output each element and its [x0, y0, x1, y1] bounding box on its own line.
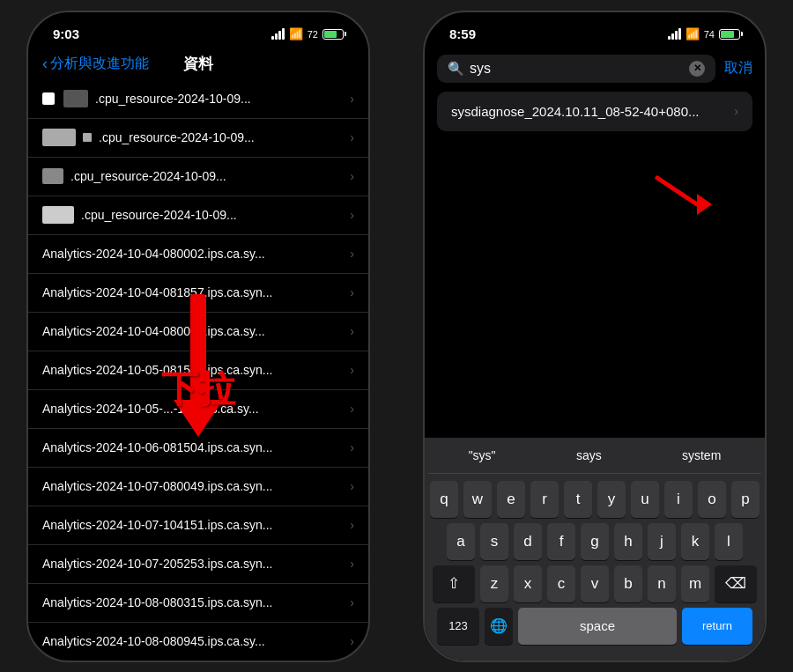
file-name-cpu-2: .cpu_resource-2024-10-09... — [99, 130, 346, 144]
key-space[interactable]: space — [518, 608, 677, 645]
file-name-cpu-3: .cpu_resource-2024-10-09... — [70, 169, 346, 183]
keyboard: "sys" says system q w e r t y u i o p a … — [425, 438, 765, 661]
file-icon-1b — [63, 90, 88, 107]
file-chevron-1: › — [350, 92, 354, 106]
file-name-a5: Analytics-2024-10-05-...-139.ips.ca.sy..… — [42, 402, 346, 416]
key-return[interactable]: return — [682, 608, 752, 645]
key-u[interactable]: u — [631, 481, 659, 518]
key-n[interactable]: n — [648, 565, 676, 602]
wifi-icon-right: 📶 — [686, 27, 700, 41]
back-button-left[interactable]: ‹ 分析與改進功能 — [42, 55, 149, 73]
key-f[interactable]: f — [547, 523, 575, 560]
key-g[interactable]: g — [581, 523, 609, 560]
key-o[interactable]: o — [698, 481, 726, 518]
key-row-2: a s d f g h j k l — [428, 523, 761, 560]
file-item-analytics-12[interactable]: Analytics-2024-10-09-080049.ips.ca.sy...… — [28, 661, 368, 662]
search-result-item[interactable]: sysdiagnose_2024.10.11_08-52-40+080... › — [437, 92, 752, 131]
search-clear-button[interactable]: ✕ — [689, 61, 705, 77]
file-item-analytics-5[interactable]: Analytics-2024-10-05-...-139.ips.ca.sy..… — [28, 390, 368, 429]
file-chevron-a2: › — [350, 285, 354, 299]
file-item-analytics-2[interactable]: Analytics-2024-10-04-081857.ips.ca.syn..… — [28, 274, 368, 313]
key-t[interactable]: t — [564, 481, 592, 518]
file-name-a6: Analytics-2024-10-06-081504.ips.ca.syn..… — [42, 440, 346, 454]
key-i[interactable]: i — [664, 481, 693, 518]
battery-fill-right — [721, 31, 734, 38]
file-item-analytics-11[interactable]: Analytics-2024-10-08-080945.ips.ca.sy...… — [28, 623, 368, 661]
search-input[interactable]: sys — [470, 61, 684, 77]
key-m[interactable]: m — [681, 565, 709, 602]
file-item-analytics-7[interactable]: Analytics-2024-10-07-080049.ips.ca.syn..… — [28, 468, 368, 506]
search-icon-right: 🔍 — [448, 61, 464, 77]
file-item-cpu-2[interactable]: .cpu_resource-2024-10-09... › — [28, 119, 368, 158]
file-chevron-a5: › — [350, 402, 354, 416]
file-name-a10: Analytics-2024-10-08-080315.ips.ca.syn..… — [42, 595, 346, 609]
file-item-cpu-4[interactable]: .cpu_resource-2024-10-09... › — [28, 196, 368, 235]
file-chevron-a3: › — [350, 324, 354, 338]
key-b[interactable]: b — [614, 565, 642, 602]
file-item-analytics-10[interactable]: Analytics-2024-10-08-080315.ips.ca.syn..… — [28, 584, 368, 623]
key-w[interactable]: w — [463, 481, 492, 518]
file-chevron-a8: › — [350, 518, 354, 532]
file-icon-2 — [42, 129, 76, 146]
key-suggestions-row: "sys" says system — [428, 445, 761, 474]
key-c[interactable]: c — [547, 565, 575, 602]
battery-tip-right — [741, 32, 743, 36]
file-chevron-a7: › — [350, 479, 354, 493]
file-chevron-2: › — [350, 130, 354, 144]
dynamic-island-right — [546, 19, 643, 48]
suggestion-sys[interactable]: "sys" — [462, 445, 503, 466]
file-name-a1: Analytics-2024-10-04-080002.ips.ca.sy... — [42, 247, 346, 261]
file-item-analytics-1[interactable]: Analytics-2024-10-04-080002.ips.ca.sy...… — [28, 235, 368, 274]
file-item-analytics-8[interactable]: Analytics-2024-10-07-104151.ips.ca.syn..… — [28, 506, 368, 545]
nav-title-left: 資料 — [183, 54, 213, 74]
time-right: 8:59 — [449, 26, 476, 41]
file-item-analytics-4[interactable]: Analytics-2024-10-05-081504.ips.ca.syn..… — [28, 351, 368, 390]
key-backspace[interactable]: ⌫ — [715, 565, 757, 602]
cancel-button[interactable]: 取消 — [724, 59, 752, 78]
file-chevron-a1: › — [350, 247, 354, 261]
result-name: sysdiagnose_2024.10.11_08-52-40+080... — [451, 104, 734, 119]
key-k[interactable]: k — [681, 523, 709, 560]
key-shift[interactable]: ⇧ — [433, 565, 475, 602]
search-bar[interactable]: 🔍 sys ✕ — [437, 55, 715, 83]
file-name-a8: Analytics-2024-10-07-104151.ips.ca.syn..… — [42, 518, 346, 532]
file-name-cpu-4: .cpu_resource-2024-10-09... — [81, 208, 346, 222]
key-r[interactable]: r — [530, 481, 559, 518]
signal-icon-right — [668, 28, 681, 40]
file-item-analytics-6[interactable]: Analytics-2024-10-06-081504.ips.ca.syn..… — [28, 429, 368, 468]
key-x[interactable]: x — [514, 565, 542, 602]
file-name-a4: Analytics-2024-10-05-081504.ips.ca.syn..… — [42, 363, 346, 377]
key-e[interactable]: e — [497, 481, 525, 518]
file-item-analytics-9[interactable]: Analytics-2024-10-07-205253.ips.ca.syn..… — [28, 545, 368, 584]
file-item-cpu-1[interactable]: .cpu_resource-2024-10-09... › — [28, 80, 368, 119]
dynamic-island-left — [150, 19, 247, 48]
key-h[interactable]: h — [614, 523, 642, 560]
file-name-a2: Analytics-2024-10-04-081857.ips.ca.syn..… — [42, 285, 346, 299]
key-l[interactable]: l — [715, 523, 743, 560]
key-a[interactable]: a — [447, 523, 475, 560]
key-p[interactable]: p — [731, 481, 760, 518]
file-chevron-a9: › — [350, 557, 354, 571]
nav-header-left: ‹ 分析與改進功能 資料 — [28, 51, 368, 80]
file-chevron-3: › — [350, 169, 354, 183]
battery-right — [719, 29, 740, 40]
key-s[interactable]: s — [480, 523, 508, 560]
battery-label-left: 72 — [308, 29, 318, 40]
key-z[interactable]: z — [480, 565, 508, 602]
back-chevron-left: ‹ — [42, 55, 48, 73]
key-numbers[interactable]: 123 — [437, 608, 479, 645]
file-item-cpu-3[interactable]: .cpu_resource-2024-10-09... › — [28, 158, 368, 196]
wifi-icon-left: 📶 — [289, 27, 303, 41]
key-j[interactable]: j — [648, 523, 676, 560]
right-phone: 8:59 📶 74 🔍 sys ✕ — [396, 0, 793, 672]
key-y[interactable]: y — [597, 481, 626, 518]
key-q[interactable]: q — [430, 481, 458, 518]
key-v[interactable]: v — [581, 565, 609, 602]
key-emoji[interactable]: 🌐 — [485, 608, 513, 645]
file-item-analytics-3[interactable]: Analytics-2024-10-04-080026.ips.ca.sy...… — [28, 313, 368, 351]
suggestion-system[interactable]: system — [675, 445, 728, 466]
key-d[interactable]: d — [514, 523, 542, 560]
right-phone-body: 8:59 📶 74 🔍 sys ✕ — [423, 11, 767, 662]
file-chevron-a11: › — [350, 634, 354, 648]
suggestion-says[interactable]: says — [569, 445, 609, 466]
